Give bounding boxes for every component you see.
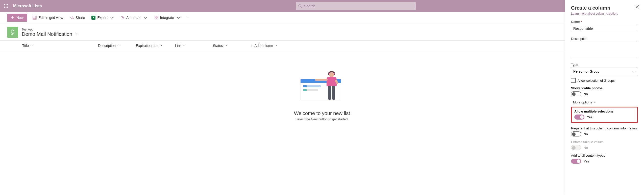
overflow-button[interactable]: ··· — [186, 14, 191, 22]
svg-point-7 — [6, 7, 6, 8]
show-photos-value: No — [584, 92, 588, 96]
all-ct-toggle[interactable] — [571, 159, 581, 164]
app-label[interactable]: Test App — [22, 28, 78, 31]
allow-groups-checkbox[interactable] — [571, 78, 576, 83]
search-input[interactable] — [304, 4, 413, 8]
export-button[interactable]: X Export — [90, 14, 115, 22]
unique-value: No — [584, 146, 588, 150]
list-title: Demo Mail Notification — [22, 31, 72, 37]
require-label: Require that this column contains inform… — [571, 126, 638, 130]
svg-line-10 — [301, 7, 302, 8]
chevron-down-icon — [161, 44, 163, 47]
edit-grid-button[interactable]: Edit in grid view — [32, 14, 64, 22]
chevron-down-icon — [117, 44, 120, 47]
column-header-title[interactable]: Title — [22, 44, 98, 48]
svg-rect-21 — [157, 18, 158, 19]
description-input[interactable] — [571, 42, 638, 57]
search-box[interactable] — [296, 2, 416, 10]
new-button[interactable]: New — [7, 14, 27, 22]
all-ct-value: Yes — [584, 159, 589, 163]
svg-point-9 — [299, 5, 301, 7]
all-ct-label: Add to all content types — [571, 154, 638, 157]
chevron-down-icon — [225, 44, 227, 47]
flow-icon — [120, 16, 125, 20]
new-label: New — [16, 16, 23, 20]
require-toggle[interactable] — [571, 131, 581, 136]
col-desc-label: Description — [98, 44, 116, 48]
more-options-toggle[interactable]: More options — [571, 100, 638, 104]
description-label: Description — [571, 37, 638, 41]
require-value: No — [584, 132, 588, 136]
grid-icon — [33, 16, 37, 20]
empty-sub: Select the New button to get started. — [0, 117, 644, 121]
empty-illustration — [301, 71, 343, 106]
close-icon — [635, 5, 639, 9]
add-column-label: Add column — [254, 44, 273, 48]
chevron-down-icon — [30, 44, 33, 47]
unique-toggle — [571, 145, 581, 150]
col-exp-label: Expiration date — [136, 44, 159, 48]
svg-point-5 — [7, 6, 8, 6]
app-name: Microsoft Lists — [13, 4, 42, 8]
rocket-icon — [10, 29, 16, 35]
col-title-label: Title — [22, 44, 29, 48]
chevron-down-icon — [176, 16, 180, 20]
share-icon — [70, 16, 74, 20]
learn-more-link[interactable]: Learn more about column creation. — [571, 12, 638, 15]
share-label: Share — [76, 16, 85, 20]
unique-label: Enforce unique values — [571, 140, 638, 144]
chevron-down-icon — [110, 16, 114, 20]
svg-point-6 — [4, 7, 5, 8]
type-label: Type — [571, 63, 638, 67]
allow-multi-label: Allow multiple selections — [574, 109, 635, 113]
search-icon — [298, 4, 302, 8]
col-status-label: Status — [213, 44, 223, 48]
column-header-status[interactable]: Status — [213, 44, 251, 48]
type-value: Person or Group — [573, 69, 600, 73]
svg-point-4 — [6, 6, 6, 6]
app-launcher[interactable] — [0, 0, 12, 12]
grid-label: Edit in grid view — [38, 16, 63, 20]
favorite-star[interactable]: ☆ — [75, 32, 78, 36]
create-column-panel: Create a column Learn more about column … — [565, 0, 644, 195]
automate-label: Automate — [126, 16, 141, 20]
waffle-icon — [4, 4, 8, 8]
svg-rect-19 — [157, 16, 158, 17]
column-header-link[interactable]: Link — [175, 44, 213, 48]
show-photos-toggle[interactable] — [571, 91, 581, 96]
add-column-button[interactable]: + Add column — [251, 44, 277, 48]
share-button[interactable]: Share — [69, 14, 86, 22]
export-label: Export — [97, 16, 107, 20]
allow-multi-toggle[interactable] — [574, 115, 584, 120]
plus-icon — [11, 16, 15, 20]
close-button[interactable] — [635, 5, 639, 10]
chevron-down-icon — [633, 70, 636, 73]
column-header-expiration[interactable]: Expiration date — [136, 44, 175, 48]
svg-rect-18 — [155, 16, 156, 17]
col-link-label: Link — [175, 44, 182, 48]
integrate-button[interactable]: Integrate — [153, 14, 181, 22]
column-header-description[interactable]: Description — [98, 44, 136, 48]
name-input[interactable] — [571, 25, 638, 32]
svg-point-3 — [4, 6, 5, 6]
show-photos-label: Show profile photos — [571, 86, 638, 90]
svg-point-2 — [7, 4, 8, 5]
svg-point-1 — [6, 4, 6, 5]
more-options-label: More options — [573, 100, 592, 104]
svg-rect-13 — [33, 16, 36, 19]
chevron-down-icon — [593, 101, 596, 104]
empty-heading: Welcome to your new list — [0, 110, 644, 116]
plus-icon: + — [251, 44, 253, 48]
empty-state: Welcome to your new list Select the New … — [0, 71, 644, 121]
integrate-label: Integrate — [160, 16, 174, 20]
name-label: Name — [571, 20, 638, 24]
chevron-down-icon — [183, 44, 186, 47]
list-icon — [7, 27, 18, 38]
excel-icon: X — [91, 16, 95, 20]
command-bar: New Edit in grid view Share X Export Aut… — [0, 12, 644, 23]
allow-multi-value: Yes — [587, 115, 592, 119]
svg-point-0 — [4, 4, 5, 5]
chevron-down-icon — [275, 44, 277, 47]
type-select[interactable]: Person or Group — [571, 68, 638, 75]
automate-button[interactable]: Automate — [119, 14, 149, 22]
